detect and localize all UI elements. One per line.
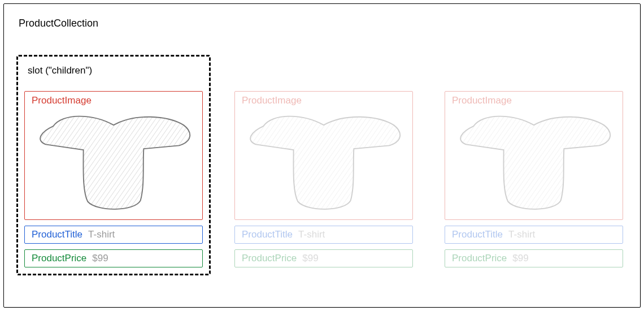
product-title-label: ProductTitle xyxy=(242,229,293,240)
product-title-label: ProductTitle xyxy=(452,229,503,240)
product-title-value: T-shirt xyxy=(298,229,325,240)
tshirt-icon xyxy=(453,107,615,215)
product-price-label: ProductPrice xyxy=(452,253,507,264)
product-title-box: ProductTitle T-shirt xyxy=(234,226,413,244)
cards-row: slot ("children") ProductImage Produc xyxy=(16,55,631,275)
product-price-value: $99 xyxy=(92,253,108,264)
collection-heading: ProductCollection xyxy=(19,18,98,29)
product-price-label: ProductPrice xyxy=(242,253,297,264)
tshirt-icon xyxy=(243,107,404,215)
product-image-box: ProductImage xyxy=(24,91,203,220)
product-price-box: ProductPrice $99 xyxy=(234,249,413,267)
product-price-value: $99 xyxy=(512,253,528,264)
product-card: slot ("children") ProductImage Produc xyxy=(227,55,421,275)
product-title-box: ProductTitle T-shirt xyxy=(24,226,203,244)
product-title-value: T-shirt xyxy=(88,229,115,240)
product-price-box: ProductPrice $99 xyxy=(24,249,203,267)
product-collection-frame: ProductCollection slot ("children") Prod… xyxy=(3,3,641,308)
slot-label: slot ("children") xyxy=(28,65,203,76)
product-image-label: ProductImage xyxy=(452,95,512,106)
tshirt-icon xyxy=(33,107,194,215)
product-title-box: ProductTitle T-shirt xyxy=(445,226,623,244)
product-image-label: ProductImage xyxy=(242,95,302,106)
product-price-value: $99 xyxy=(302,253,318,264)
product-image-label: ProductImage xyxy=(32,95,92,106)
product-card: slot ("children") ProductImage Produc xyxy=(16,55,211,275)
product-card: slot ("children") ProductImage Produc xyxy=(437,55,631,275)
product-title-value: T-shirt xyxy=(508,229,535,240)
product-image-box: ProductImage xyxy=(234,91,413,220)
product-price-box: ProductPrice $99 xyxy=(445,249,623,267)
product-title-label: ProductTitle xyxy=(32,229,82,240)
product-price-label: ProductPrice xyxy=(32,253,86,264)
product-image-box: ProductImage xyxy=(445,91,623,220)
